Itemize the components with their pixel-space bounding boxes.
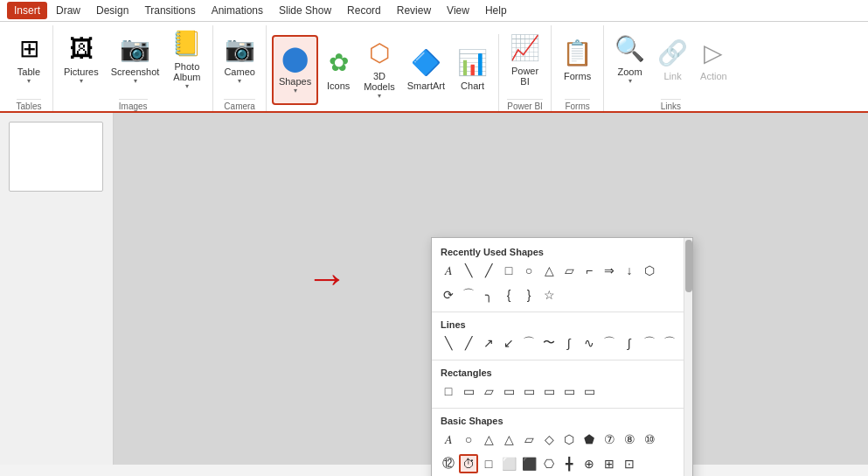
line-arrow2[interactable]: ↙ bbox=[499, 333, 518, 353]
menu-view[interactable]: View bbox=[440, 2, 476, 19]
shape-trap[interactable]: ⌐ bbox=[580, 261, 599, 280]
menu-help[interactable]: Help bbox=[478, 2, 514, 19]
rect-7[interactable]: ▭ bbox=[559, 382, 579, 401]
shapes-scrollbar[interactable] bbox=[684, 238, 692, 476]
divider-3 bbox=[432, 408, 692, 409]
powerbi-button[interactable]: 📈 PowerBI bbox=[504, 25, 545, 95]
bs-8[interactable]: ⑧ bbox=[620, 430, 639, 449]
bs-frame[interactable]: ⎔ bbox=[539, 454, 559, 473]
line-curve2[interactable]: ∿ bbox=[580, 333, 599, 353]
photo-album-button[interactable]: 📒 PhotoAlbum ▾ bbox=[166, 25, 207, 95]
action-label: Action bbox=[700, 71, 727, 81]
bs-tri[interactable]: △ bbox=[479, 430, 498, 449]
shape-brace-r[interactable]: } bbox=[519, 285, 538, 304]
bs-text[interactable]: 𝐴 bbox=[439, 430, 458, 449]
menu-record[interactable]: Record bbox=[340, 2, 388, 19]
menu-insert[interactable]: Insert bbox=[7, 2, 47, 19]
slide-thumbnail[interactable] bbox=[9, 122, 103, 192]
smartart-button[interactable]: 🔷 SmartArt bbox=[402, 35, 450, 105]
line-diag1[interactable]: ╲ bbox=[439, 333, 458, 353]
shape-arrow-d[interactable]: ↓ bbox=[620, 261, 639, 280]
shape-text-a[interactable]: 𝐴 bbox=[439, 261, 458, 280]
pictures-button[interactable]: 🖼 Pictures ▾ bbox=[59, 25, 104, 95]
bs-sq2[interactable]: ⬜ bbox=[499, 454, 518, 473]
rect-6[interactable]: ▭ bbox=[539, 382, 559, 401]
cameo-label: Cameo bbox=[224, 66, 254, 77]
rect-5[interactable]: ▭ bbox=[519, 382, 538, 401]
menu-design[interactable]: Design bbox=[89, 2, 135, 19]
shape-oval[interactable]: ○ bbox=[519, 261, 538, 280]
bs-dia[interactable]: ◇ bbox=[539, 430, 559, 449]
shapes-button[interactable]: ⬤ Shapes ▾ bbox=[272, 35, 318, 105]
menu-transitions[interactable]: Transitions bbox=[137, 2, 202, 19]
action-button[interactable]: ▷ Action bbox=[695, 25, 733, 95]
shape-line2[interactable]: ╱ bbox=[479, 261, 498, 280]
line-diag2[interactable]: ╱ bbox=[459, 333, 478, 353]
shapes-scrollbar-thumb[interactable] bbox=[685, 240, 692, 292]
menu-draw[interactable]: Draw bbox=[49, 2, 87, 19]
bs-rtri[interactable]: △ bbox=[499, 430, 518, 449]
3d-models-caret: ▾ bbox=[378, 92, 381, 100]
chart-button[interactable]: 📊 Chart bbox=[452, 35, 493, 105]
menu-animations[interactable]: Animations bbox=[205, 2, 270, 19]
bs-12[interactable]: ⑫ bbox=[439, 454, 458, 473]
line-zz2[interactable]: 〜 bbox=[539, 333, 559, 353]
line-hand2[interactable]: ⌒ bbox=[660, 333, 679, 353]
rect-3[interactable]: ▱ bbox=[479, 382, 498, 401]
cameo-button[interactable]: 📷 Cameo ▾ bbox=[219, 25, 260, 95]
chart-label: Chart bbox=[461, 80, 484, 91]
bs-clock[interactable]: ⏱ bbox=[459, 454, 478, 473]
forms-button[interactable]: 📋 Forms bbox=[557, 25, 598, 95]
screenshot-button[interactable]: 📷 Screenshot ▾ bbox=[106, 25, 165, 95]
shape-triangle[interactable]: △ bbox=[539, 261, 559, 280]
line-zz1[interactable]: ⌒ bbox=[519, 333, 538, 353]
line-arrow1[interactable]: ↗ bbox=[479, 333, 498, 353]
screenshot-icon: 📷 bbox=[120, 34, 150, 63]
icons-button[interactable]: ✿ Icons bbox=[320, 35, 357, 105]
smartart-icon: 🔷 bbox=[411, 48, 441, 77]
bs-sq3[interactable]: ⬛ bbox=[519, 454, 538, 473]
recently-used-row-1: 𝐴 ╲ ╱ □ ○ △ ▱ ⌐ ⇒ ↓ ⬡ bbox=[432, 259, 692, 284]
shape-para[interactable]: ▱ bbox=[559, 261, 579, 280]
shape-rect[interactable]: □ bbox=[499, 261, 518, 280]
bs-sq4[interactable]: ⊡ bbox=[620, 454, 639, 473]
zoom-button[interactable]: 🔍 Zoom ▾ bbox=[609, 25, 650, 95]
ribbon-group-camera: 📷 Cameo ▾ Camera bbox=[213, 25, 266, 111]
bs-cross[interactable]: ⊕ bbox=[580, 454, 599, 473]
shape-arrow-r[interactable]: ⇒ bbox=[600, 261, 619, 280]
divider-1 bbox=[432, 312, 692, 312]
bs-7[interactable]: ⑦ bbox=[600, 430, 619, 449]
3d-models-button[interactable]: ⬡ 3DModels ▾ bbox=[358, 35, 399, 105]
shape-star[interactable]: ☆ bbox=[539, 285, 559, 304]
bs-ring[interactable]: ⊞ bbox=[600, 454, 619, 473]
rect-4[interactable]: ▭ bbox=[499, 382, 518, 401]
rect-2[interactable]: ▭ bbox=[459, 382, 478, 401]
table-caret: ▾ bbox=[27, 77, 31, 85]
bs-plus[interactable]: ╋ bbox=[559, 454, 579, 473]
table-icon: ⊞ bbox=[19, 34, 39, 63]
table-button[interactable]: ⊞ Table ▾ bbox=[10, 25, 47, 95]
bs-sq[interactable]: □ bbox=[479, 454, 498, 473]
rect-1[interactable]: □ bbox=[439, 382, 458, 401]
shape-wave[interactable]: ⌒ bbox=[459, 285, 478, 304]
shape-line1[interactable]: ╲ bbox=[459, 261, 478, 280]
menu-slideshow[interactable]: Slide Show bbox=[272, 2, 338, 19]
menu-review[interactable]: Review bbox=[390, 2, 438, 19]
line-curve1[interactable]: ∫ bbox=[559, 333, 579, 353]
rect-8[interactable]: ▭ bbox=[580, 382, 599, 401]
bs-para[interactable]: ▱ bbox=[519, 430, 538, 449]
shape-hex[interactable]: ⬡ bbox=[640, 261, 659, 280]
3d-models-label: 3DModels bbox=[364, 71, 394, 92]
shape-arc[interactable]: ⟳ bbox=[439, 285, 458, 304]
lines-title: Lines bbox=[432, 316, 692, 332]
shape-brace-l[interactable]: { bbox=[499, 285, 518, 304]
bs-oval[interactable]: ○ bbox=[459, 430, 478, 449]
bs-hex[interactable]: ⬡ bbox=[559, 430, 579, 449]
line-s[interactable]: ∫ bbox=[620, 333, 639, 353]
bs-hept[interactable]: ⬟ bbox=[580, 430, 599, 449]
bs-10[interactable]: ⑩ bbox=[640, 430, 659, 449]
line-hand1[interactable]: ⌒ bbox=[640, 333, 659, 353]
shape-curve[interactable]: ╮ bbox=[479, 285, 498, 304]
line-arc[interactable]: ⌒ bbox=[600, 333, 619, 353]
link-button[interactable]: 🔗 Link bbox=[652, 25, 693, 95]
